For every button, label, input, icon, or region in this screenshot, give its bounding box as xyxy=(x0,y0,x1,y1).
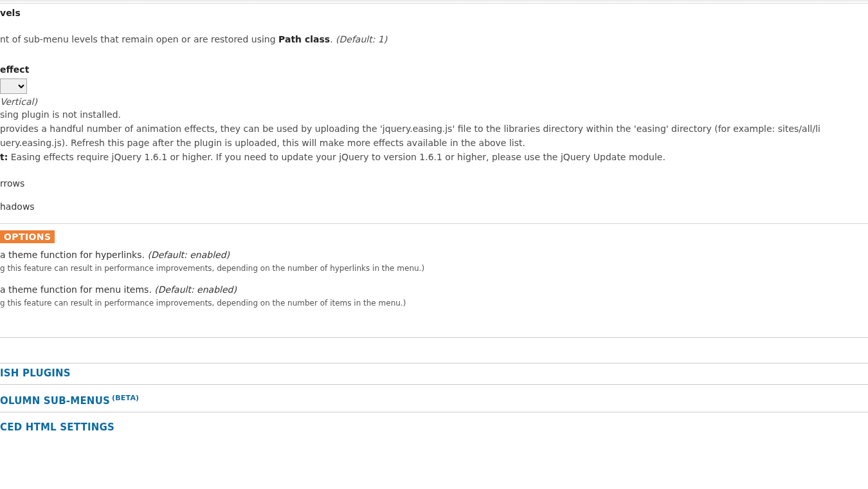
path-levels-description: nt of sub-menu levels that remain open o… xyxy=(0,33,868,46)
easing-important-line: t: Easing effects require jQuery 1.6.1 o… xyxy=(0,151,868,163)
easing-plugin-help-1: provides a handful number of animation e… xyxy=(0,122,868,135)
advanced-options-badge: OPTIONS xyxy=(0,230,55,243)
slide-effect-select[interactable] xyxy=(0,78,27,94)
theme-menuitems-default: (Default: enabled) xyxy=(154,284,237,295)
path-levels-desc-prefix: nt of sub-menu levels that remain open o… xyxy=(0,34,278,44)
path-levels-desc-suffix: . xyxy=(330,34,336,44)
theme-hyperlinks-default: (Default: enabled) xyxy=(147,250,230,260)
divider xyxy=(0,223,868,224)
important-text: Easing effects require jQuery 1.6.1 or h… xyxy=(8,152,665,162)
path-class-strong: Path class xyxy=(278,34,330,44)
important-label: t: xyxy=(0,152,8,162)
theme-hyperlinks-help: g this feature can result in performance… xyxy=(0,264,868,273)
superfish-plugins-accordion[interactable]: ISH PLUGINS xyxy=(0,364,868,385)
drop-arrows-checkbox-label[interactable]: rrows xyxy=(0,178,868,189)
easing-plugin-help-2: uery.easing.js). Refresh this page after… xyxy=(0,136,868,149)
advanced-options-header: OPTIONS xyxy=(0,230,868,243)
slide-effect-label: effect xyxy=(0,64,868,75)
settings-page: vels nt of sub-menu levels that remain o… xyxy=(0,0,868,489)
theme-hyperlinks-option[interactable]: a theme function for hyperlinks. (Defaul… xyxy=(0,250,868,260)
beta-badge: (BETA) xyxy=(112,394,139,402)
theme-menuitems-help: g this feature can result in performance… xyxy=(0,299,868,308)
slide-effect-default: Vertical) xyxy=(0,97,868,107)
path-levels-label: vels xyxy=(0,8,868,18)
accordion-divider-top xyxy=(0,337,868,338)
path-levels-default: (Default: 1) xyxy=(336,34,387,44)
theme-menuitems-text: a theme function for menu items. xyxy=(0,284,154,295)
theme-menuitems-option[interactable]: a theme function for menu items. (Defaul… xyxy=(0,284,868,295)
drop-shadows-checkbox-label[interactable]: hadows xyxy=(0,201,868,212)
easing-plugin-missing: sing plugin is not installed. xyxy=(0,108,868,121)
collapsed-panel-gap xyxy=(0,343,868,364)
slide-effect-select-wrap xyxy=(0,78,27,94)
multicolumn-submenus-accordion[interactable]: OLUMN SUB-MENUS(BETA) xyxy=(0,390,868,412)
theme-hyperlinks-text: a theme function for hyperlinks. xyxy=(0,250,147,260)
advanced-html-settings-accordion[interactable]: CED HTML SETTINGS xyxy=(0,418,868,438)
top-gradient-bar xyxy=(0,0,868,4)
multicolumn-label: OLUMN SUB-MENUS xyxy=(0,395,110,407)
